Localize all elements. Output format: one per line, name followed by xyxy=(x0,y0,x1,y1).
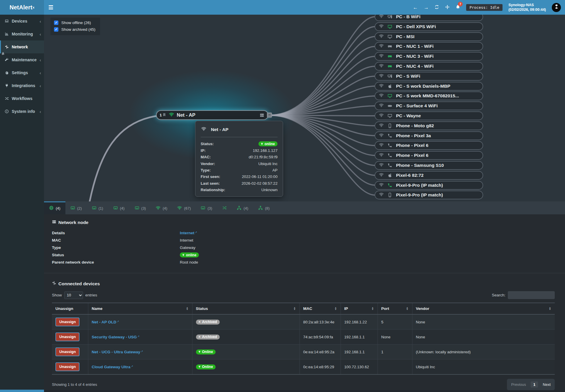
graph-device-node[interactable]: PC - S WiFi xyxy=(375,72,483,81)
sort-icon[interactable]: ▲▼ xyxy=(406,307,408,310)
monitor-icon xyxy=(388,113,392,118)
process-status: Process: Idle xyxy=(466,4,503,11)
device-name-link[interactable]: Net - UCG - Ultra Gateway xyxy=(92,350,141,354)
wifi-icon xyxy=(379,73,384,79)
sidebar-item-devices[interactable]: Devices‹ xyxy=(0,15,44,28)
tooltip-title: Net - AP xyxy=(211,127,229,132)
sidebar-item-network[interactable]: Network xyxy=(0,40,44,53)
graph-device-node[interactable]: Pixel-9-Pro (IP match) xyxy=(375,191,483,199)
unassign-button[interactable]: Unassign xyxy=(55,347,79,356)
graph-device-node[interactable]: PC - MSI xyxy=(375,32,483,41)
graph-device-node[interactable]: PC - S work MMD-67082015... xyxy=(375,91,483,100)
phone-icon xyxy=(388,133,392,138)
app-logo[interactable]: NetAlertx xyxy=(0,0,44,15)
column-header-mac[interactable]: MAC▲▼ xyxy=(300,303,341,314)
column-header-name[interactable]: Name▲▼ xyxy=(88,303,192,314)
graph-device-node[interactable]: Pixel-9-Pro (IP match) xyxy=(375,181,483,190)
sidebar-toggle-button[interactable] xyxy=(44,0,57,15)
graph-device-node[interactable]: Pixel-6 82:72 xyxy=(375,171,483,180)
tab-wifi-6[interactable]: (67) xyxy=(172,201,196,214)
pagination-previous[interactable]: Previous xyxy=(511,382,526,387)
tab-sitemap-9[interactable]: (4) xyxy=(232,201,253,214)
selected-network-node[interactable]: 1 Net - AP xyxy=(156,110,268,120)
unassign-button[interactable]: Unassign xyxy=(55,362,79,371)
fullscreen-move-button[interactable] xyxy=(445,5,450,10)
device-node-label: PC - Dell XPS WiFi xyxy=(396,24,436,29)
graph-device-node[interactable]: PC - Surface 4 WiFi xyxy=(375,101,483,110)
collapse-node-button[interactable]: − xyxy=(267,113,272,118)
search-input[interactable] xyxy=(508,291,555,299)
graph-device-node[interactable]: Phone - Pixel 6 xyxy=(375,151,483,160)
pagination-next[interactable]: Next xyxy=(543,382,551,387)
filter-show-offline[interactable]: ✓ Show offline (26) xyxy=(54,21,95,25)
node-count-badge: 1 xyxy=(160,113,162,117)
rocket-icon[interactable] xyxy=(0,52,5,58)
refresh-button[interactable] xyxy=(434,5,439,10)
sidebar-item-label: Monitoring xyxy=(12,32,33,36)
graph-device-node[interactable]: PC - Wayne xyxy=(375,111,483,120)
device-name-link[interactable]: Net - AP OLD xyxy=(92,320,116,324)
monitor-icon xyxy=(388,94,392,98)
sort-icon[interactable]: ▲▼ xyxy=(371,307,374,310)
tab-box-4[interactable]: (3) xyxy=(130,201,151,214)
pagination-page-1[interactable]: 1 xyxy=(531,381,538,388)
network-topology-canvas[interactable]: ✓ Show offline (26) ✓ Show archived (45)… xyxy=(44,15,565,201)
device-name-link[interactable]: Cloud Gateway Ultra xyxy=(92,365,131,369)
nav-back-button[interactable]: ← xyxy=(413,5,418,10)
graph-device-node[interactable]: PC - NUC 3 - WiFi xyxy=(375,52,483,61)
tab-box-7[interactable]: (3) xyxy=(196,201,217,214)
sidebar-item-maintenance[interactable]: Maintenance‹ xyxy=(0,53,44,66)
graph-device-node[interactable]: Phone - Samsung S10 xyxy=(375,161,483,170)
notifications-button[interactable]: 7 xyxy=(456,4,460,10)
device-node-label: Phone - Samsung S10 xyxy=(396,163,444,168)
user-avatar[interactable] xyxy=(552,3,561,12)
sort-icon[interactable]: ▲▼ xyxy=(293,307,296,310)
graph-device-node[interactable]: Phone - Pixel 6 xyxy=(375,141,483,150)
wifi-icon xyxy=(379,142,384,148)
column-header-vendor[interactable]: Vendor▲▼ xyxy=(412,303,555,314)
nav-forward-button[interactable]: → xyxy=(424,5,429,10)
unassign-button[interactable]: Unassign xyxy=(55,332,79,341)
plug-icon xyxy=(5,84,9,88)
column-header-ip[interactable]: IP▲▼ xyxy=(341,303,378,314)
graph-device-node[interactable]: PC - B WiFi xyxy=(375,15,483,21)
sort-icon[interactable]: ▲▼ xyxy=(549,307,551,310)
sidebar-item-settings[interactable]: Settings‹ xyxy=(0,66,44,79)
details-panel: Network node DetailsInternet↗MACInternet… xyxy=(44,214,565,390)
tab-globe-0[interactable]: (4) xyxy=(44,201,65,214)
wifi-icon xyxy=(169,112,174,118)
wifi-icon xyxy=(379,133,384,139)
hub-icon xyxy=(5,45,9,49)
graph-device-node[interactable]: PC - NUC 1 - WiFi xyxy=(375,42,483,51)
graph-device-node[interactable]: PC - NUC 4 - WiFi xyxy=(375,62,483,71)
sidebar-menu: Devices‹Monitoring‹NetworkMaintenance‹Se… xyxy=(0,15,44,118)
tab-box-3[interactable]: (4) xyxy=(108,201,130,214)
filter-show-archived[interactable]: ✓ Show archived (45) xyxy=(54,27,95,32)
column-header-port[interactable]: Port▲▼ xyxy=(378,303,412,314)
graph-device-node[interactable]: PC - S work Daniels-MBP xyxy=(375,82,483,91)
checkbox-checked-icon[interactable]: ✓ xyxy=(54,27,58,32)
graph-device-node[interactable]: Phone - Moto g82 xyxy=(375,121,483,130)
graph-device-node[interactable]: Phone - Pixel 3a xyxy=(375,131,483,140)
column-header-status[interactable]: Status▲▼ xyxy=(192,303,300,314)
checkbox-checked-icon[interactable]: ✓ xyxy=(54,21,58,25)
sort-icon[interactable]: ▲▼ xyxy=(186,307,188,310)
tab-box-2[interactable]: (1) xyxy=(87,201,108,214)
tab-sitemap-10[interactable]: (8) xyxy=(253,201,275,214)
sidebar-item-monitoring[interactable]: Monitoring‹ xyxy=(0,28,44,40)
internet-link[interactable]: Internet xyxy=(180,231,194,235)
tab-shuffle-8[interactable] xyxy=(217,201,232,214)
graph-device-node[interactable]: PC - Dell XPS WiFi xyxy=(375,22,483,31)
device-name-link[interactable]: Security Gateway - USG xyxy=(92,335,137,339)
tab-box-1[interactable]: (2) xyxy=(65,201,87,214)
mobile-icon xyxy=(388,193,392,197)
unassign-button[interactable]: Unassign xyxy=(55,318,79,326)
sidebar-item-workflows[interactable]: Workflows xyxy=(0,92,44,105)
tower-icon xyxy=(388,15,392,19)
sidebar-item-integrations[interactable]: Integrations‹ xyxy=(0,79,44,92)
sidebar-item-system-info[interactable]: System info‹ xyxy=(0,105,44,118)
tab-wifi-5[interactable]: (4) xyxy=(151,201,172,214)
sort-icon[interactable]: ▲▼ xyxy=(334,307,337,310)
tab-count: (4) xyxy=(120,206,125,211)
page-size-select[interactable]: 10 xyxy=(64,291,83,299)
